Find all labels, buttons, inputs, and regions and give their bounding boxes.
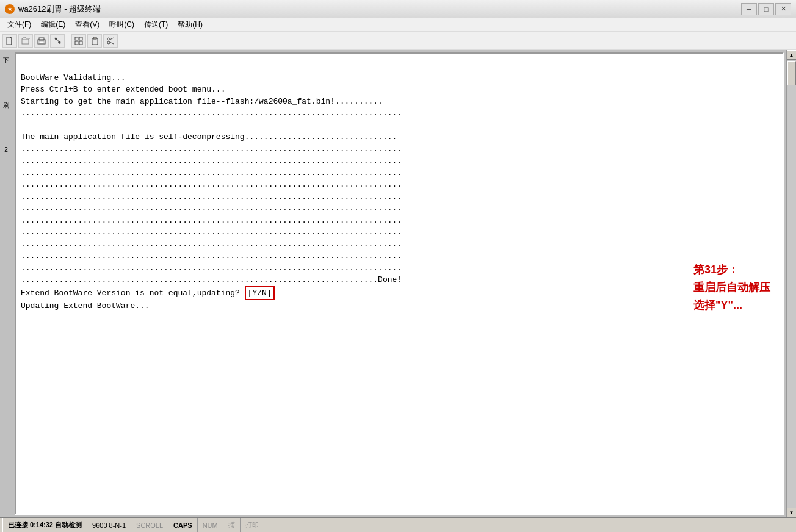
title-bar-left: ★ wa2612刷胃 - 超级终端 [5, 4, 101, 15]
toolbar-scissors[interactable] [103, 34, 118, 48]
svg-rect-4 [39, 41, 44, 43]
terminal-wrapper: BootWare Validating... Press Ctrl+B to e… [12, 50, 786, 517]
toolbar-grid[interactable] [71, 34, 86, 48]
margin-num-1: 下 [3, 56, 9, 65]
title-bar-buttons: ─ □ ✕ [741, 3, 791, 15]
status-bar: 已连接 0:14:32 自动检测 9600 8-N-1 SCROLL CAPS … [0, 517, 796, 532]
svg-line-13 [110, 38, 114, 40]
scroll-track[interactable] [787, 60, 796, 508]
toolbar-phone[interactable] [50, 34, 65, 48]
status-connection: 已连接 0:14:32 自动检测 [2, 518, 87, 532]
scroll-up-arrow[interactable]: ▲ [787, 50, 797, 60]
status-scroll: SCROLL [131, 518, 168, 532]
svg-rect-10 [93, 37, 96, 39]
svg-point-11 [107, 38, 110, 40]
svg-rect-0 [7, 37, 12, 45]
svg-rect-8 [79, 41, 82, 45]
status-print: 打印 [241, 518, 264, 532]
toolbar-separator-1 [68, 35, 68, 46]
left-margin: 下 刷 2 [0, 50, 12, 517]
toolbar [0, 32, 796, 50]
annotation-line1: 第31步： [693, 264, 739, 276]
status-caps: CAPS [168, 518, 198, 532]
status-baud: 9600 8-N-1 [87, 518, 131, 532]
yn-prompt: [Y/N] [245, 286, 275, 301]
close-button[interactable]: ✕ [775, 3, 791, 15]
scroll-thumb[interactable] [787, 61, 796, 85]
toolbar-print[interactable] [34, 34, 49, 48]
scrollbar-right[interactable]: ▲ ▼ [786, 50, 796, 517]
svg-rect-6 [79, 37, 82, 40]
svg-rect-5 [75, 37, 78, 40]
scroll-down-arrow[interactable]: ▼ [787, 508, 797, 517]
status-capture: 捕 [223, 518, 241, 532]
terminal[interactable]: BootWare Validating... Press Ctrl+B to e… [15, 52, 784, 515]
menu-call[interactable]: 呼叫(C) [104, 18, 139, 31]
annotation-line3: 选择"Y"... [693, 299, 742, 311]
margin-num-2: 刷 [3, 101, 9, 110]
menu-bar: 文件(F) 编辑(E) 查看(V) 呼叫(C) 传送(T) 帮助(H) [0, 18, 796, 32]
toolbar-open[interactable] [18, 34, 33, 48]
toolbar-clipboard[interactable] [87, 34, 102, 48]
menu-transfer[interactable]: 传送(T) [139, 18, 173, 31]
svg-point-12 [107, 41, 110, 44]
svg-line-14 [110, 42, 114, 44]
maximize-button[interactable]: □ [758, 3, 774, 15]
status-num: NUM [198, 518, 223, 532]
terminal-content: BootWare Validating... Press Ctrl+B to e… [21, 60, 778, 312]
main-area: 下 刷 2 BootWare Validating... Press Ctrl+… [0, 50, 796, 517]
menu-help[interactable]: 帮助(H) [173, 18, 208, 31]
window-title: wa2612刷胃 - 超级终端 [18, 4, 101, 15]
menu-view[interactable]: 查看(V) [70, 18, 104, 31]
app-icon: ★ [5, 4, 15, 14]
menu-file[interactable]: 文件(F) [2, 18, 36, 31]
svg-rect-7 [75, 41, 78, 45]
annotation-line2: 重启后自动解压 [693, 281, 770, 293]
title-bar: ★ wa2612刷胃 - 超级终端 ─ □ ✕ [0, 0, 796, 18]
annotation: 第31步： 重启后自动解压 选择"Y"... [693, 261, 770, 314]
toolbar-new[interactable] [2, 34, 17, 48]
minimize-button[interactable]: ─ [741, 3, 757, 15]
svg-rect-1 [22, 39, 29, 44]
menu-edit[interactable]: 编辑(E) [36, 18, 70, 31]
margin-num-3: 2 [4, 146, 8, 153]
